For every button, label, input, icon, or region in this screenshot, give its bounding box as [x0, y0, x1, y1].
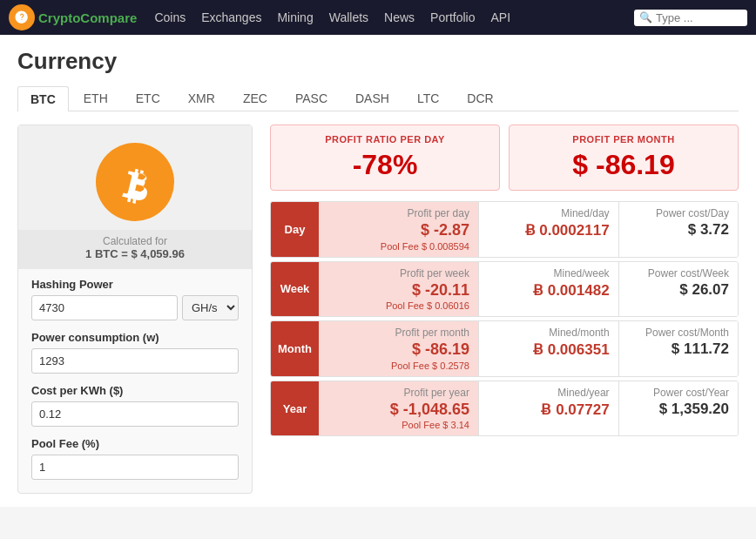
profit-cell: Profit per month $ -86.19 Pool Fee $ 0.2…	[319, 321, 478, 376]
hashing-unit-select[interactable]: GH/s TH/s MH/s	[182, 295, 239, 320]
power-label: Power cost/Year	[628, 387, 729, 399]
currency-tabs: BTC ETH ETC XMR ZEC PASC DASH LTC DCR	[17, 85, 739, 111]
power-value: $ 111.72	[628, 340, 729, 358]
calc-for: Calculated for 1 BTC = $ 4,059.96	[18, 230, 252, 269]
profit-ratio-value: -78%	[283, 149, 487, 181]
nav-portfolio[interactable]: Portfolio	[430, 10, 475, 24]
coin-logo-area	[18, 125, 252, 230]
hashing-power-label: Hashing Power	[31, 278, 239, 291]
data-rows: Day Profit per day $ -2.87 Pool Fee $ 0.…	[270, 201, 739, 436]
period-cell: Year	[271, 381, 319, 436]
power-value: $ 1,359.20	[628, 401, 729, 418]
power-consumption-label: Power consumption (w)	[31, 331, 239, 344]
tab-pasc[interactable]: PASC	[282, 85, 341, 111]
right-panel: PROFIT RATIO PER DAY -78% PROFIT PER MON…	[270, 125, 739, 440]
form-section: Hashing Power GH/s TH/s MH/s Power consu…	[18, 269, 252, 480]
logo-text: CryptoCompare	[38, 10, 137, 25]
profit-label: Profit per month	[327, 327, 469, 339]
content-area: Currency BTC ETH ETC XMR ZEC PASC DASH L…	[0, 35, 756, 507]
logo[interactable]: CryptoCompare	[9, 4, 137, 30]
profit-cell: Profit per day $ -2.87 Pool Fee $ 0.0085…	[319, 202, 478, 257]
profit-value: $ -2.87	[327, 221, 469, 240]
power-cell: Power cost/Day $ 3.72	[618, 202, 738, 257]
table-row: Day Profit per day $ -2.87 Pool Fee $ 0.…	[270, 201, 739, 258]
period-cell: Week	[271, 262, 319, 317]
mined-cell: Mined/day Ƀ 0.0002117	[478, 202, 618, 257]
main-layout: Calculated for 1 BTC = $ 4,059.96 Hashin…	[17, 125, 739, 494]
mined-cell: Mined/week Ƀ 0.001482	[478, 262, 618, 317]
search-input[interactable]	[656, 11, 742, 24]
tab-dcr[interactable]: DCR	[454, 85, 506, 111]
profit-value: $ -20.11	[327, 281, 469, 300]
profit-cell: Profit per year $ -1,048.65 Pool Fee $ 3…	[319, 381, 478, 436]
search-icon: 🔍	[639, 11, 652, 24]
profit-label: Profit per day	[327, 207, 469, 219]
power-consumption-input[interactable]	[31, 348, 239, 374]
nav-news[interactable]: News	[384, 10, 415, 24]
nav-mining[interactable]: Mining	[277, 10, 313, 24]
tab-xmr[interactable]: XMR	[175, 85, 228, 111]
mined-value: Ƀ 0.07727	[488, 401, 610, 419]
mined-value: Ƀ 0.006351	[488, 340, 610, 359]
profit-label: Profit per year	[327, 387, 469, 399]
hashing-power-input[interactable]	[31, 295, 178, 320]
mined-value: Ƀ 0.0002117	[488, 221, 610, 239]
mined-cell: Mined/month Ƀ 0.006351	[478, 321, 618, 376]
period-cell: Month	[271, 321, 319, 376]
pool-fee-label: Pool Fee (%)	[31, 437, 239, 450]
nav-exchanges[interactable]: Exchanges	[201, 10, 261, 24]
hashing-power-row: GH/s TH/s MH/s	[31, 295, 239, 320]
btc-logo	[96, 143, 174, 221]
mined-label: Mined/day	[488, 207, 610, 219]
profit-ratio-box: PROFIT RATIO PER DAY -78%	[270, 125, 500, 191]
power-label: Power cost/Month	[628, 327, 729, 339]
profit-summary: PROFIT RATIO PER DAY -78% PROFIT PER MON…	[270, 125, 739, 191]
tab-zec[interactable]: ZEC	[230, 85, 280, 111]
power-cell: Power cost/Month $ 111.72	[618, 321, 738, 376]
tab-dash[interactable]: DASH	[342, 85, 402, 111]
profit-fee: Pool Fee $ 0.2578	[327, 360, 469, 371]
mined-label: Mined/month	[488, 327, 610, 339]
mined-label: Mined/year	[488, 387, 610, 399]
mined-cell: Mined/year Ƀ 0.07727	[478, 381, 618, 436]
profit-ratio-label: PROFIT RATIO PER DAY	[283, 134, 487, 145]
nav-links: Coins Exchanges Mining Wallets News Port…	[154, 10, 634, 24]
mined-value: Ƀ 0.001482	[488, 281, 610, 300]
tab-etc[interactable]: ETC	[123, 85, 173, 111]
nav-api[interactable]: API	[490, 10, 510, 24]
period-cell: Day	[271, 202, 319, 257]
nav-wallets[interactable]: Wallets	[329, 10, 368, 24]
power-value: $ 3.72	[628, 221, 729, 239]
table-row: Year Profit per year $ -1,048.65 Pool Fe…	[270, 381, 739, 437]
logo-icon	[9, 4, 35, 30]
power-cell: Power cost/Week $ 26.07	[618, 262, 738, 317]
table-row: Month Profit per month $ -86.19 Pool Fee…	[270, 320, 739, 377]
pool-fee-input[interactable]	[31, 455, 239, 480]
navbar: CryptoCompare Coins Exchanges Mining Wal…	[0, 0, 756, 35]
power-value: $ 26.07	[628, 281, 729, 299]
left-panel: Calculated for 1 BTC = $ 4,059.96 Hashin…	[17, 125, 253, 494]
tab-ltc[interactable]: LTC	[404, 85, 452, 111]
profit-label: Profit per week	[327, 267, 469, 280]
cost-kwh-label: Cost per KWh ($)	[31, 384, 239, 397]
profit-cell: Profit per week $ -20.11 Pool Fee $ 0.06…	[319, 262, 478, 317]
profit-fee: Pool Fee $ 3.14	[327, 420, 469, 430]
profit-value: $ -86.19	[327, 340, 469, 360]
power-label: Power cost/Day	[628, 207, 729, 219]
profit-value: $ -1,048.65	[327, 401, 469, 420]
profit-fee: Pool Fee $ 0.008594	[327, 241, 469, 252]
tab-btc[interactable]: BTC	[17, 86, 69, 111]
page-title: Currency	[17, 48, 739, 75]
profit-fee: Pool Fee $ 0.06016	[327, 300, 469, 311]
power-cell: Power cost/Year $ 1,359.20	[618, 381, 738, 436]
table-row: Week Profit per week $ -20.11 Pool Fee $…	[270, 261, 739, 318]
tab-eth[interactable]: ETH	[71, 85, 121, 111]
cost-kwh-input[interactable]	[31, 401, 239, 427]
profit-month-label: PROFIT PER MONTH	[522, 134, 726, 145]
profit-month-box: PROFIT PER MONTH $ -86.19	[509, 125, 739, 191]
search-box[interactable]: 🔍	[634, 10, 747, 26]
power-label: Power cost/Week	[628, 267, 729, 280]
nav-coins[interactable]: Coins	[154, 10, 186, 24]
profit-month-value: $ -86.19	[522, 149, 726, 181]
mined-label: Mined/week	[488, 267, 610, 280]
